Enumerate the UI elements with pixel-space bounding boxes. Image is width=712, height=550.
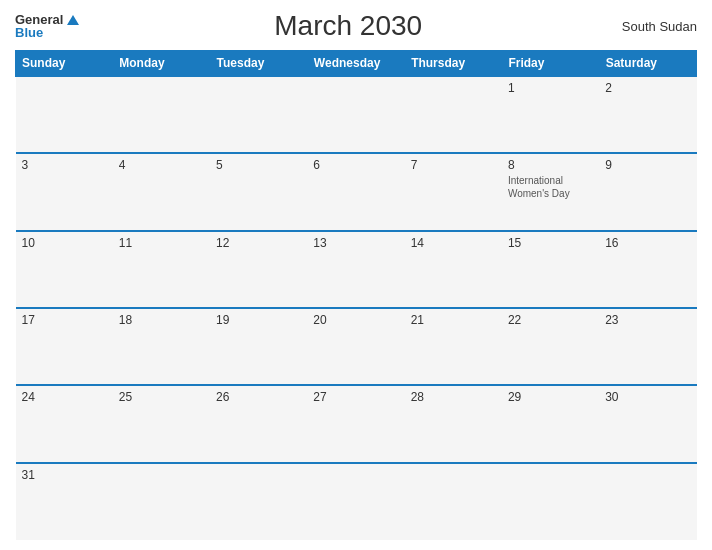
day-number: 13 — [313, 236, 398, 250]
calendar-day-cell: 25 — [113, 385, 210, 462]
calendar-day-cell: 9 — [599, 153, 696, 230]
logo: General Blue — [15, 13, 79, 39]
calendar-day-cell: 11 — [113, 231, 210, 308]
calendar-day-cell — [307, 463, 404, 540]
calendar-table: SundayMondayTuesdayWednesdayThursdayFrid… — [15, 50, 697, 540]
weekday-header-saturday: Saturday — [599, 51, 696, 77]
calendar-day-cell: 13 — [307, 231, 404, 308]
calendar-day-cell — [210, 463, 307, 540]
calendar-day-cell: 22 — [502, 308, 599, 385]
day-number: 24 — [22, 390, 107, 404]
calendar-day-cell: 3 — [16, 153, 113, 230]
calendar-day-cell — [502, 463, 599, 540]
day-number: 2 — [605, 81, 690, 95]
weekday-header-monday: Monday — [113, 51, 210, 77]
day-number: 23 — [605, 313, 690, 327]
calendar-day-cell — [599, 463, 696, 540]
day-number: 26 — [216, 390, 301, 404]
logo-blue-text: Blue — [15, 26, 79, 39]
calendar-title: March 2030 — [79, 10, 617, 42]
calendar-day-cell — [16, 76, 113, 153]
day-number: 5 — [216, 158, 301, 172]
weekday-header-wednesday: Wednesday — [307, 51, 404, 77]
calendar-day-cell: 26 — [210, 385, 307, 462]
calendar-header: General Blue March 2030 South Sudan — [15, 10, 697, 42]
day-number: 18 — [119, 313, 204, 327]
day-number: 14 — [411, 236, 496, 250]
calendar-week-row: 345678International Women's Day9 — [16, 153, 697, 230]
calendar-day-cell — [210, 76, 307, 153]
day-number: 8 — [508, 158, 593, 172]
calendar-day-cell — [113, 463, 210, 540]
day-number: 6 — [313, 158, 398, 172]
day-number: 25 — [119, 390, 204, 404]
day-number: 21 — [411, 313, 496, 327]
day-number: 28 — [411, 390, 496, 404]
calendar-day-cell: 28 — [405, 385, 502, 462]
day-number: 20 — [313, 313, 398, 327]
day-number: 29 — [508, 390, 593, 404]
weekday-header-row: SundayMondayTuesdayWednesdayThursdayFrid… — [16, 51, 697, 77]
calendar-day-cell — [307, 76, 404, 153]
calendar-day-cell: 6 — [307, 153, 404, 230]
calendar-day-cell: 12 — [210, 231, 307, 308]
calendar-day-cell: 10 — [16, 231, 113, 308]
day-number: 19 — [216, 313, 301, 327]
day-number: 4 — [119, 158, 204, 172]
day-number: 12 — [216, 236, 301, 250]
day-number: 22 — [508, 313, 593, 327]
day-number: 16 — [605, 236, 690, 250]
calendar-day-cell — [405, 463, 502, 540]
calendar-day-cell: 27 — [307, 385, 404, 462]
day-number: 17 — [22, 313, 107, 327]
day-number: 10 — [22, 236, 107, 250]
day-number: 27 — [313, 390, 398, 404]
calendar-day-cell — [405, 76, 502, 153]
calendar-week-row: 24252627282930 — [16, 385, 697, 462]
calendar-day-cell: 14 — [405, 231, 502, 308]
calendar-day-cell: 24 — [16, 385, 113, 462]
calendar-day-cell: 5 — [210, 153, 307, 230]
day-number: 31 — [22, 468, 107, 482]
calendar-day-cell: 31 — [16, 463, 113, 540]
day-number: 7 — [411, 158, 496, 172]
calendar-day-cell: 19 — [210, 308, 307, 385]
calendar-day-cell: 8International Women's Day — [502, 153, 599, 230]
calendar-day-cell: 30 — [599, 385, 696, 462]
calendar-week-row: 31 — [16, 463, 697, 540]
calendar-day-cell: 15 — [502, 231, 599, 308]
calendar-week-row: 10111213141516 — [16, 231, 697, 308]
country-label: South Sudan — [617, 19, 697, 34]
weekday-header-sunday: Sunday — [16, 51, 113, 77]
weekday-header-friday: Friday — [502, 51, 599, 77]
day-number: 3 — [22, 158, 107, 172]
calendar-day-cell: 20 — [307, 308, 404, 385]
calendar-day-cell: 29 — [502, 385, 599, 462]
calendar-day-cell: 21 — [405, 308, 502, 385]
calendar-day-cell: 16 — [599, 231, 696, 308]
logo-triangle-icon — [67, 15, 79, 25]
weekday-header-tuesday: Tuesday — [210, 51, 307, 77]
calendar-day-cell: 4 — [113, 153, 210, 230]
calendar-day-cell: 2 — [599, 76, 696, 153]
calendar-day-cell: 23 — [599, 308, 696, 385]
day-number: 9 — [605, 158, 690, 172]
calendar-week-row: 17181920212223 — [16, 308, 697, 385]
weekday-header-thursday: Thursday — [405, 51, 502, 77]
calendar-day-cell: 7 — [405, 153, 502, 230]
calendar-day-cell: 18 — [113, 308, 210, 385]
day-number: 11 — [119, 236, 204, 250]
calendar-day-cell: 17 — [16, 308, 113, 385]
calendar-week-row: 12 — [16, 76, 697, 153]
day-number: 15 — [508, 236, 593, 250]
calendar-day-cell: 1 — [502, 76, 599, 153]
day-number: 1 — [508, 81, 593, 95]
calendar-day-cell — [113, 76, 210, 153]
event-label: International Women's Day — [508, 174, 593, 200]
day-number: 30 — [605, 390, 690, 404]
